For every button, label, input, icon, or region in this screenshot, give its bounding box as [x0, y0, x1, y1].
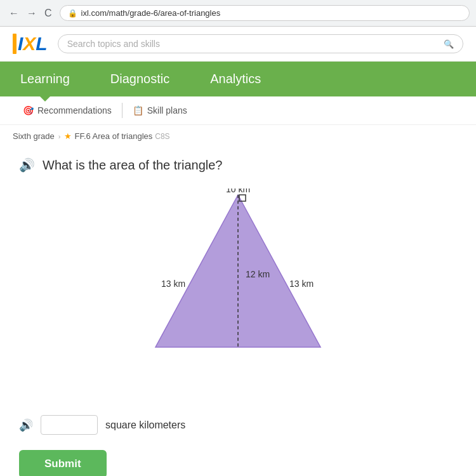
- answer-unit: square kilometers: [105, 420, 185, 431]
- submit-button[interactable]: Submit: [19, 450, 107, 476]
- question-text: What is the area of the triangle?: [43, 158, 223, 173]
- question-header: 🔊 What is the area of the triangle?: [19, 157, 457, 173]
- recommendations-label: Recommendations: [37, 105, 112, 116]
- sub-nav: 🎯 Recommendations 📋 Skill plans: [0, 96, 476, 125]
- svg-text:13 km: 13 km: [289, 279, 314, 289]
- search-bar[interactable]: Search topics and skills 🔍: [58, 34, 463, 53]
- svg-text:10 km: 10 km: [226, 188, 250, 194]
- logo-x: X: [23, 33, 36, 55]
- breadcrumb-chevron: ›: [58, 133, 61, 140]
- recommendations-link[interactable]: 🎯 Recommendations: [13, 102, 122, 119]
- tab-learning[interactable]: Learning: [0, 62, 90, 96]
- answer-area: 🔊 square kilometers: [0, 405, 476, 445]
- recommendations-icon: 🎯: [23, 105, 34, 116]
- page-content: I X L Search topics and skills 🔍 Learnin…: [0, 27, 476, 476]
- url-text: ixl.com/math/grade-6/area-of-triangles: [81, 8, 221, 18]
- tab-diagnostic[interactable]: Diagnostic: [90, 62, 190, 96]
- lock-icon: 🔒: [68, 9, 77, 18]
- tab-analytics[interactable]: Analytics: [190, 62, 281, 96]
- forward-button[interactable]: →: [24, 6, 39, 20]
- answer-input[interactable]: [41, 415, 98, 435]
- search-placeholder: Search topics and skills: [67, 39, 160, 49]
- address-bar[interactable]: 🔒 ixl.com/math/grade-6/area-of-triangles: [60, 5, 470, 21]
- refresh-button[interactable]: C: [42, 6, 55, 20]
- logo-l: L: [36, 33, 47, 55]
- breadcrumb-skill-code: C8S: [155, 132, 169, 141]
- breadcrumb-skill-name[interactable]: FF.6 Area of triangles: [74, 131, 152, 141]
- skill-plans-label: Skill plans: [147, 105, 187, 116]
- skill-plans-icon: 📋: [133, 105, 143, 116]
- submit-area: Submit: [0, 445, 476, 476]
- breadcrumb: Sixth grade › ★ FF.6 Area of triangles C…: [0, 125, 476, 147]
- browser-nav-buttons: ← → C: [6, 6, 55, 20]
- answer-sound-icon[interactable]: 🔊: [19, 418, 33, 432]
- nav-tabs: Learning Diagnostic Analytics: [0, 62, 476, 96]
- star-icon: ★: [64, 131, 72, 141]
- skill-plans-link[interactable]: 📋 Skill plans: [122, 102, 197, 119]
- site-header: I X L Search topics and skills 🔍: [0, 27, 476, 62]
- breadcrumb-skill: ★ FF.6 Area of triangles C8S: [64, 131, 169, 141]
- svg-text:13 km: 13 km: [161, 279, 185, 289]
- sound-icon[interactable]: 🔊: [19, 157, 35, 173]
- ixl-logo[interactable]: I X L: [13, 33, 48, 55]
- svg-text:12 km: 12 km: [246, 269, 270, 279]
- triangle-svg: 10 km 12 km 13 km 13 km: [136, 188, 340, 385]
- triangle-container: 10 km 12 km 13 km 13 km: [19, 185, 457, 388]
- browser-chrome: ← → C 🔒 ixl.com/math/grade-6/area-of-tri…: [0, 0, 476, 27]
- logo-bar: [13, 34, 17, 54]
- question-area: 🔊 What is the area of the triangle? 10 k…: [0, 147, 476, 399]
- back-button[interactable]: ←: [6, 6, 22, 20]
- breadcrumb-grade[interactable]: Sixth grade: [13, 131, 55, 141]
- search-icon: 🔍: [444, 39, 454, 49]
